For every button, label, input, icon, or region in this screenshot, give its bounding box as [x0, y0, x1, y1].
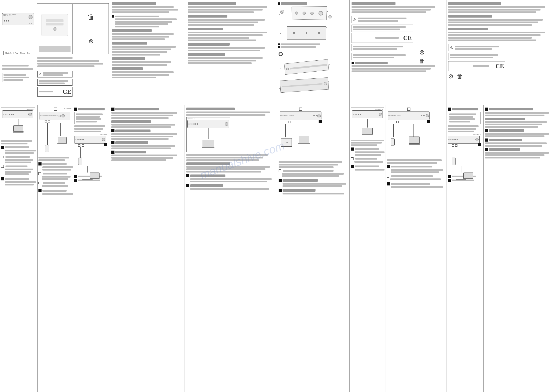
top-panel-a — [37, 3, 73, 54]
col10-section1 — [485, 118, 554, 128]
step-sq-2 — [1, 177, 4, 180]
ce-panel-col2: CE — [37, 87, 73, 97]
col3-section1 — [112, 15, 185, 28]
step-sq-col5-1 — [186, 174, 190, 177]
checkbox-col2-2 — [38, 182, 41, 184]
col4-bot-section2 — [111, 129, 183, 140]
col1-box — [2, 73, 33, 82]
step-sq-col8-1 — [387, 165, 390, 168]
col3-section5 — [112, 67, 185, 78]
col5-bullets — [278, 43, 348, 48]
vert-div-bot-1 — [37, 105, 38, 392]
step-sq-col6-2 — [279, 189, 282, 192]
top-panel-b: 🗑 ⊗ — [73, 3, 109, 54]
info-panel-col6-3 — [351, 53, 413, 60]
vert-div-bot-9 — [483, 105, 484, 392]
col4-top — [188, 2, 276, 65]
col3-section4 — [112, 57, 185, 66]
checkbox-col7-1 — [351, 157, 353, 160]
col9-info-box — [448, 112, 481, 124]
vert-divider-1 — [110, 0, 110, 105]
col7-bot-text — [351, 142, 385, 171]
ce-mark-col7: CE — [496, 63, 504, 70]
warning-panel-col6: ⚠ — [351, 16, 413, 23]
col5-bot-steps — [186, 174, 276, 190]
device-illustration-top: PHONES OPTV POWER↑ AUDIO IN Coated LVI 5… — [2, 13, 36, 26]
connection-diagram-8: OPT/AUDIO IN DC IN 5V — [448, 134, 481, 174]
step-sq-col5-2 — [186, 184, 190, 187]
bot-col9: OPT/AUDIO IN DC IN 5V — [448, 107, 482, 183]
step-sq-col3-2 — [74, 175, 77, 178]
info-panel-col2-1 — [37, 79, 73, 86]
step-sq-col10-h — [485, 107, 488, 111]
weee-icon-1: ⊗ — [411, 48, 433, 56]
col4-bot-section1 — [111, 120, 183, 128]
col6-panels: ⚠ CE — [351, 16, 413, 60]
weee-symbol-1: 🗑 — [88, 13, 95, 21]
col7-section2 — [448, 28, 554, 41]
step-sq-col8-2 — [387, 182, 390, 185]
vert-divider-3 — [277, 0, 277, 105]
vert-div-bot-2 — [73, 105, 73, 392]
page: manualshive.com PHONES OPTV POWER↑ AUDIO… — [0, 0, 555, 392]
exploded-diagram-top: a b c d — [278, 7, 335, 42]
warning-icon-col6: ⚠ — [353, 17, 356, 22]
vert-divider-4 — [349, 0, 350, 105]
step-sq-col3-3 — [74, 179, 77, 182]
warning-panel-col7: ⚠ — [448, 44, 505, 51]
step-sq-col4-h — [111, 107, 115, 111]
step-sq-col7-2 — [351, 165, 354, 168]
bullet-col5-2 — [278, 43, 280, 45]
checkbox-col6-1 — [279, 170, 281, 172]
vert-divider-5 — [446, 0, 446, 105]
bot-col2: PHONES OPTV POWER AUDIO IN — [38, 107, 73, 196]
weee-icon-2: 🗑 — [411, 58, 433, 64]
vert-div-bot-7 — [386, 105, 386, 392]
step-sq-diag-col8 — [427, 120, 430, 123]
vert-divider-2 — [186, 0, 186, 105]
warning-panel-col2: ⚠ — [37, 71, 73, 78]
step-sq-col10-1 — [485, 129, 488, 132]
bot-col1-text — [1, 140, 36, 185]
info-panel-col6-1 — [351, 25, 413, 32]
bullet-sq-1 — [112, 15, 114, 18]
col4-section3 — [188, 43, 276, 51]
bot-col10 — [485, 107, 554, 159]
col3-info-box — [74, 112, 107, 124]
bot-col2-text — [38, 157, 73, 195]
col6-weee: ⊗ 🗑 — [411, 48, 433, 64]
info-panel-col7-1 — [448, 53, 505, 60]
connection-diagram-7: PHONES OPTV AUDIO IN — [387, 107, 431, 158]
col10-section4 — [485, 148, 554, 158]
step-sq-col3-1 — [74, 107, 77, 111]
vert-div-bot-6 — [349, 105, 350, 392]
col4-section2 — [188, 28, 276, 41]
step-sq-col4-1 — [111, 129, 115, 132]
step-sq-diag-col9 — [478, 143, 481, 146]
col3-section3 — [112, 42, 185, 56]
horiz-divider-main — [0, 105, 555, 105]
col4-bot-section3 — [111, 141, 183, 149]
bullet-col5-1 — [278, 2, 280, 5]
connection-diagram-4: OPT/AUDIO IN DC IN 5V — [186, 117, 230, 152]
checkbox-col2-1 — [38, 172, 41, 175]
col5-recycle: ♻ — [278, 50, 348, 58]
col6-bot-text — [279, 161, 349, 194]
warning-icon-col2: ⚠ — [39, 72, 42, 76]
connection-diagram-6: OPT/AUDIO IN DC IN 5V — [351, 107, 384, 141]
ce-panel-col7: CE — [448, 61, 505, 71]
step-sq-col4-3 — [111, 150, 115, 154]
col7-weee: ⊗ 🗑 — [448, 73, 554, 80]
col7-section1 — [448, 15, 554, 26]
col5-bot-section1 — [186, 162, 276, 172]
bot-col8: PHONES OPTV AUDIO IN — [387, 107, 445, 189]
made-for-badge: Made for  iPod  iPhone  iPad — [3, 51, 32, 55]
step-sq-col9-h — [448, 107, 451, 111]
vert-div-bot-3 — [110, 105, 110, 392]
col10-section2 — [485, 129, 554, 137]
vert-div-bot-4 — [185, 105, 185, 392]
col2-text-below-panels: ⚠ CE — [37, 57, 108, 97]
step-sq-col4-2 — [111, 141, 115, 144]
info-panel-col6-2 — [351, 44, 413, 51]
col3-section2 — [112, 29, 185, 40]
